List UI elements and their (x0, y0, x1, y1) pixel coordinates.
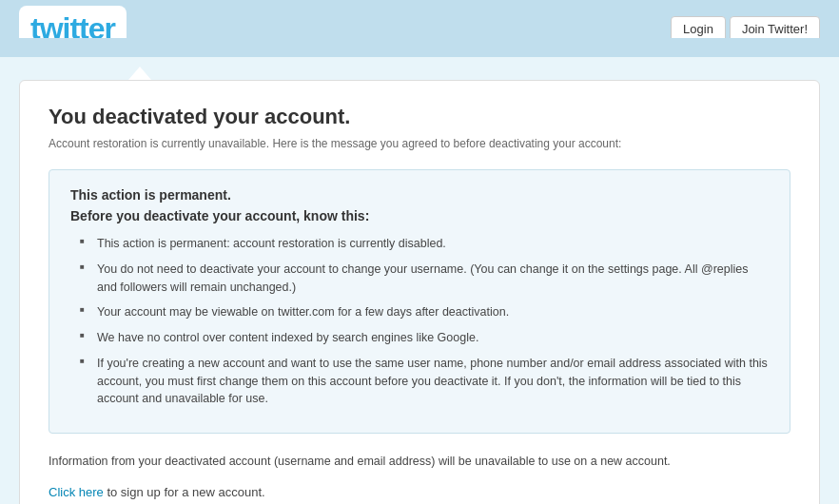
click-here-link[interactable]: Click here (49, 485, 104, 499)
subtitle-text: Account restoration is currently unavail… (49, 137, 790, 150)
list-item: You do not need to deactivate your accou… (80, 261, 769, 297)
bubble-pointer (128, 67, 151, 80)
list-item: This action is permanent: account restor… (80, 235, 769, 253)
login-button[interactable]: Login (671, 16, 726, 42)
list-item: Your account may be viewable on twitter.… (80, 303, 769, 321)
content-card: You deactivated your account. Account re… (19, 80, 820, 504)
join-button[interactable]: Join Twitter! (730, 16, 820, 42)
main-wrapper: You deactivated your account. Account re… (0, 57, 839, 504)
signup-suffix: to sign up for a new account. (104, 485, 265, 499)
list-item: If you're creating a new account and wan… (80, 355, 769, 408)
list-item: We have no control over content indexed … (80, 329, 769, 347)
signup-text: Click here to sign up for a new account. (49, 485, 790, 499)
header-buttons: Login Join Twitter! (671, 16, 820, 42)
infobox-title2: Before you deactivate your account, know… (70, 208, 769, 223)
header: twitter Login Join Twitter! (0, 0, 839, 57)
info-paragraph: Information from your deactivated accoun… (49, 453, 790, 471)
logo-area: twitter (19, 6, 127, 52)
info-box: This action is permanent. Before you dea… (49, 169, 790, 434)
bullet-list: This action is permanent: account restor… (70, 235, 769, 408)
twitter-logo: twitter (30, 11, 115, 47)
logo-box: twitter (19, 6, 127, 52)
page-title: You deactivated your account. (49, 105, 790, 129)
infobox-title1: This action is permanent. (70, 187, 769, 203)
